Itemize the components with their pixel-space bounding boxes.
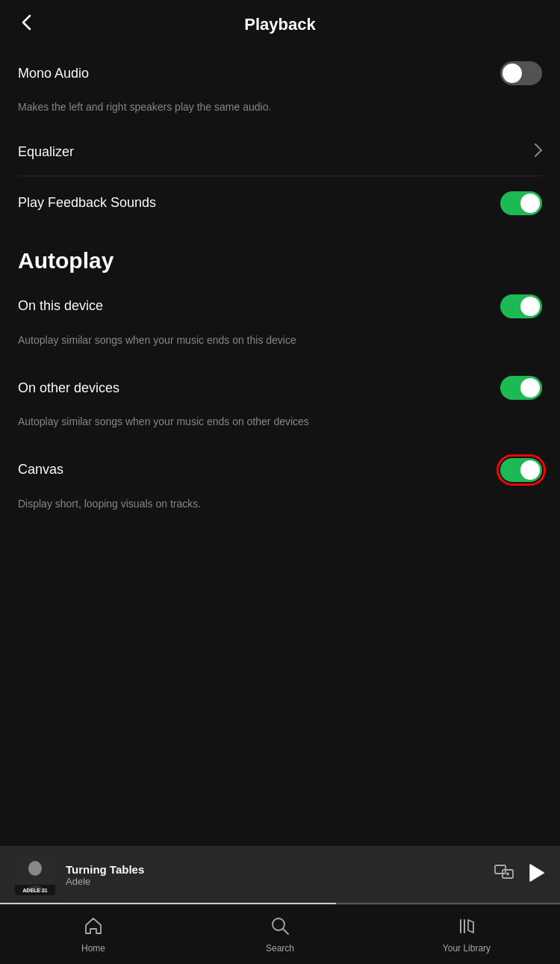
canvas-toggle[interactable] xyxy=(500,458,542,482)
nav-item-home[interactable]: Home xyxy=(0,916,187,954)
canvas-thumb xyxy=(520,460,540,480)
header: Playback xyxy=(0,0,560,46)
nav-item-library[interactable]: Your Library xyxy=(373,916,560,954)
settings-list: Mono Audio Makes the left and right spea… xyxy=(0,46,560,230)
setting-row-equalizer[interactable]: Equalizer xyxy=(18,129,542,176)
mono-audio-label: Mono Audio xyxy=(18,66,89,81)
on-this-device-toggle[interactable] xyxy=(500,294,542,318)
setting-row-on-other-devices: On other devices xyxy=(18,361,542,415)
library-icon xyxy=(457,916,476,940)
svg-point-1 xyxy=(28,861,42,876)
chevron-right-icon xyxy=(535,143,542,161)
home-icon xyxy=(84,916,103,940)
mono-audio-toggle[interactable] xyxy=(500,61,542,85)
on-this-device-thumb xyxy=(520,297,540,316)
svg-line-8 xyxy=(283,929,288,934)
play-button[interactable] xyxy=(529,863,545,887)
page-title: Playback xyxy=(18,15,542,34)
search-label: Search xyxy=(266,943,294,954)
home-label: Home xyxy=(81,943,105,954)
play-feedback-label: Play Feedback Sounds xyxy=(18,195,156,211)
connect-device-icon[interactable] xyxy=(494,865,514,886)
now-playing-info: Turning Tables Adele xyxy=(55,863,494,887)
play-feedback-toggle[interactable] xyxy=(500,191,542,215)
on-other-devices-thumb xyxy=(520,378,540,398)
now-playing-bar[interactable]: ADELE 21 Turning Tables Adele xyxy=(0,846,560,904)
setting-row-canvas: Canvas xyxy=(18,443,542,497)
nav-item-search[interactable]: Search xyxy=(187,916,373,954)
on-this-device-desc: Autoplay similar songs when your music e… xyxy=(18,333,542,362)
autoplay-list: On this device Autoplay similar songs wh… xyxy=(0,279,560,525)
album-art: ADELE 21 xyxy=(15,855,55,895)
svg-text:ADELE 21: ADELE 21 xyxy=(22,888,48,893)
now-playing-controls xyxy=(494,863,545,887)
library-label: Your Library xyxy=(443,943,491,954)
bottom-nav: Home Search Your Library xyxy=(0,904,560,964)
svg-point-6 xyxy=(506,873,509,876)
equalizer-label: Equalizer xyxy=(18,144,74,160)
autoplay-section-title: Autoplay xyxy=(0,230,560,279)
canvas-label: Canvas xyxy=(18,462,63,478)
back-button[interactable] xyxy=(18,11,34,38)
on-this-device-label: On this device xyxy=(18,298,103,314)
setting-row-play-feedback: Play Feedback Sounds xyxy=(18,176,542,230)
setting-row-mono-audio: Mono Audio xyxy=(18,46,542,100)
now-playing-title: Turning Tables xyxy=(66,863,484,876)
mono-audio-thumb xyxy=(503,64,522,83)
search-icon xyxy=(270,916,290,940)
canvas-desc: Display short, looping visuals on tracks… xyxy=(18,497,542,525)
mono-audio-desc: Makes the left and right speakers play t… xyxy=(18,100,542,129)
on-other-devices-toggle[interactable] xyxy=(500,376,542,400)
play-feedback-thumb xyxy=(520,194,540,213)
on-other-devices-label: On other devices xyxy=(18,380,119,396)
setting-row-on-this-device: On this device xyxy=(18,279,542,333)
on-other-devices-desc: Autoplay similar songs when your music e… xyxy=(18,415,542,443)
now-playing-artist: Adele xyxy=(66,876,484,887)
